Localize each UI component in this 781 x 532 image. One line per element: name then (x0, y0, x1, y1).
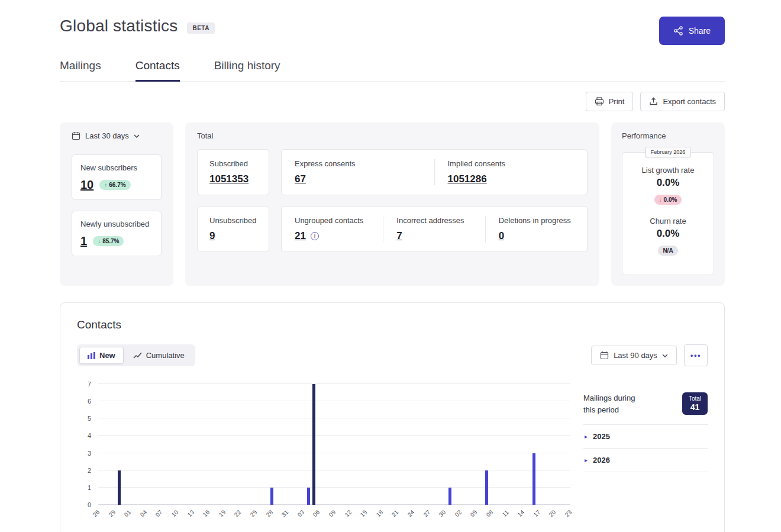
print-button-label: Print (609, 97, 625, 106)
more-options-button[interactable]: ••• (684, 344, 708, 366)
chart-gridline (98, 401, 570, 401)
toggle-cumulative-button[interactable]: Cumulative (125, 347, 193, 364)
chart-gridline (98, 383, 570, 384)
deletions-in-progress-value[interactable]: 0 (499, 230, 504, 242)
bar-chart-icon (88, 352, 95, 359)
info-icon[interactable]: ! (311, 232, 319, 240)
other-contacts-card: Ungrouped contacts 21 ! Incorrect addres… (281, 206, 588, 252)
tab-mailings[interactable]: Mailings (60, 59, 101, 82)
chart-row: 01234567 2629010407101316192225283103060… (77, 384, 708, 520)
implied-consents-value[interactable]: 1051286 (448, 173, 487, 185)
period-panel: Last 30 days New subscribers 10 ↑ 66.7% … (60, 122, 173, 286)
churn-rate-group: Churn rate 0.0% N/A (622, 217, 714, 256)
chart-date-range-select[interactable]: Last 90 days (591, 346, 677, 365)
chart-x-tick-label: 28 (264, 509, 274, 518)
triangle-right-icon: ▸ (585, 457, 588, 463)
implied-consents-label: Implied consents (448, 159, 578, 168)
export-contacts-button[interactable]: Export contacts (640, 92, 725, 111)
new-subscribers-value[interactable]: 10 (80, 178, 93, 192)
newly-unsubscribed-badge-value: 85.7% (102, 238, 119, 244)
chart-y-tick-label: 5 (88, 415, 91, 422)
print-button[interactable]: Print (586, 92, 634, 111)
new-subscribers-badge-value: 66.7% (109, 182, 125, 188)
page-title: Global statistics (60, 17, 178, 36)
chart-x-tick-label: 21 (390, 509, 400, 518)
implied-consents-cell: Implied consents 1051286 (434, 159, 588, 185)
newly-unsubscribed-value[interactable]: 1 (80, 234, 87, 248)
churn-rate-value: 0.0% (622, 228, 714, 240)
chart-plot (98, 384, 570, 505)
chart-x-tick-label: 20 (548, 509, 557, 518)
churn-rate-label: Churn rate (622, 217, 714, 225)
share-button[interactable]: Share (659, 17, 725, 45)
chevron-down-icon (662, 354, 668, 357)
chart-x-tick-label: 16 (202, 509, 211, 518)
chart-y-tick-label: 3 (88, 450, 91, 457)
share-icon (673, 26, 683, 36)
mailings-period-label: Mailings during this period (583, 392, 645, 415)
chart-bar (312, 384, 315, 505)
chart-bar (307, 488, 310, 505)
subscribed-value[interactable]: 1051353 (209, 173, 248, 185)
new-subscribers-label: New subscribers (80, 163, 153, 173)
mailings-panel: Mailings during this period Total 41 ▸ 2… (583, 384, 708, 520)
new-subscribers-card: New subscribers 10 ↑ 66.7% (72, 154, 162, 200)
page-header: Global statistics BETA Share (60, 17, 725, 45)
tab-contacts[interactable]: Contacts (135, 59, 180, 82)
chart-gridline (98, 487, 570, 488)
chart-y-axis: 01234567 (77, 384, 98, 505)
unsubscribed-value[interactable]: 9 (209, 230, 215, 242)
newly-unsubscribed-badge: ↓ 85.7% (93, 236, 124, 246)
toggle-new-button[interactable]: New (79, 347, 124, 364)
chart-bar (532, 453, 535, 505)
incorrect-addresses-value[interactable]: 7 (396, 230, 402, 242)
chart-x-tick-label: 15 (359, 509, 369, 518)
contacts-section: Contacts New Cumulative (60, 302, 725, 532)
mailings-total-value: 41 (689, 402, 701, 412)
list-growth-value: 0.0% (622, 177, 714, 189)
chart-x-tick-label: 11 (501, 509, 509, 518)
consents-card: Express consents 67 Implied consents 105… (281, 149, 588, 195)
chart-x-tick-label: 14 (517, 509, 526, 518)
chart-y-tick-label: 4 (88, 432, 91, 439)
chart-y-tick-label: 7 (88, 381, 91, 388)
subscribed-label: Subscribed (209, 159, 257, 168)
ungrouped-contacts-value[interactable]: 21 (295, 230, 306, 242)
line-chart-icon (133, 352, 142, 359)
chart-mode-toggle: New Cumulative (77, 344, 195, 366)
mailings-total-label: Total (689, 395, 701, 402)
express-consents-value[interactable]: 67 (295, 173, 306, 185)
toolbar: Print Export contacts (60, 92, 725, 111)
stats-row: Last 30 days New subscribers 10 ↑ 66.7% … (60, 122, 725, 286)
chart-x-axis: 2629010407101316192225283103060912151821… (98, 505, 570, 520)
unsubscribed-card: Unsubscribed 9 (197, 206, 269, 252)
chart-gridline (98, 435, 570, 436)
chart-controls: New Cumulative Last 90 days (77, 344, 708, 366)
chevron-down-icon (134, 134, 140, 138)
performance-panel: Performance February 2026 List growth ra… (611, 122, 725, 286)
year-row-2026[interactable]: ▸ 2026 (583, 448, 708, 472)
year-row-2025[interactable]: ▸ 2025 (583, 424, 708, 448)
new-subscribers-badge: ↑ 66.7% (99, 180, 130, 190)
chart-bar (485, 470, 488, 505)
chart-x-tick-label: 12 (343, 509, 353, 518)
ungrouped-contacts-cell: Ungrouped contacts 21 ! (282, 216, 383, 242)
chart-gridline (98, 453, 570, 453)
toggle-cumulative-label: Cumulative (146, 351, 185, 360)
toggle-new-label: New (99, 351, 115, 360)
chart-x-tick-label: 27 (422, 509, 431, 518)
chart-x-tick-label: 07 (154, 509, 164, 518)
date-range-label: Last 30 days (85, 131, 129, 140)
list-growth-group: List growth rate 0.0% ↓ 0.0% (622, 166, 714, 205)
subscribed-card: Subscribed 1051353 (197, 149, 269, 195)
tab-billing-history[interactable]: Billing history (214, 59, 280, 82)
year-label: 2025 (593, 432, 610, 441)
date-range-select[interactable]: Last 30 days (72, 131, 140, 140)
tab-bar: Mailings Contacts Billing history (60, 59, 725, 82)
chart-x-tick-label: 26 (92, 509, 101, 518)
printer-icon (595, 97, 604, 106)
chart-x-tick-label: 31 (280, 509, 290, 518)
list-growth-badge: ↓ 0.0% (654, 195, 682, 205)
mailings-year-list: ▸ 2025 ▸ 2026 (583, 424, 708, 472)
triangle-right-icon: ▸ (585, 433, 588, 440)
